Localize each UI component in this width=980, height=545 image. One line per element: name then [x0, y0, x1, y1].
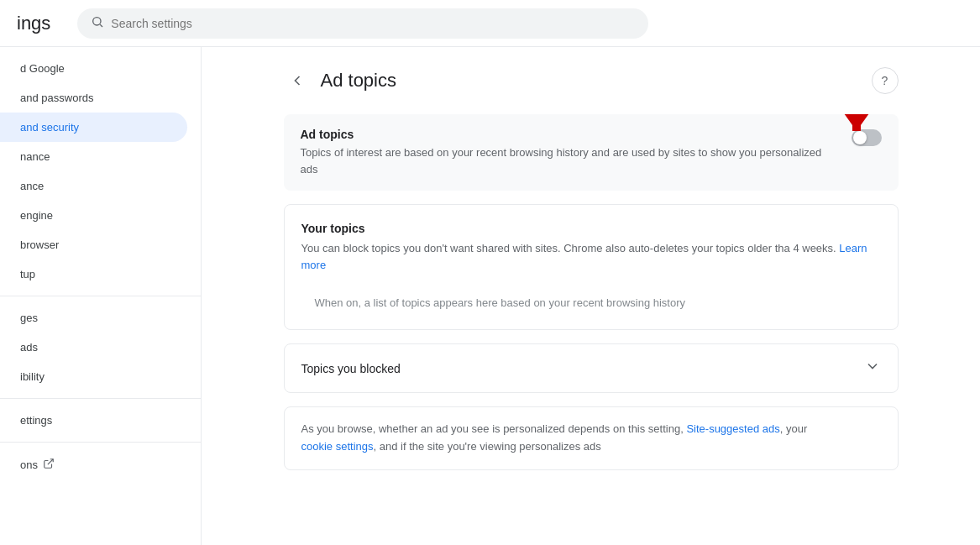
back-button[interactable] [284, 67, 311, 94]
app-title: ings [13, 13, 50, 34]
header: ings [0, 0, 980, 47]
ad-topics-toggle[interactable] [852, 129, 882, 146]
ad-topics-card: Ad topics Topics of interest are based o… [284, 114, 899, 191]
cookie-settings-link[interactable]: cookie settings [301, 440, 374, 453]
sidebar-divider-3 [0, 442, 201, 443]
bottom-info-text-middle: , your [780, 422, 808, 435]
bottom-info-text-before: As you browse, whether an ad you see is … [301, 422, 687, 435]
your-topics-section: Your topics You can block topics you don… [284, 204, 899, 330]
sidebar-item-accessibility[interactable]: ibility [0, 362, 187, 391]
sidebar-item-search-engine[interactable]: engine [0, 201, 187, 230]
page-header-left: Ad topics [284, 67, 397, 94]
search-input[interactable] [111, 17, 635, 30]
site-suggested-ads-link[interactable]: Site-suggested ads [686, 422, 779, 435]
sidebar-divider-1 [0, 296, 201, 296]
search-icon [91, 15, 104, 32]
body-layout: d Google and passwords and security nanc… [0, 47, 980, 545]
ad-topics-title: Ad topics [301, 128, 838, 141]
bottom-info: As you browse, whether an ad you see is … [284, 406, 899, 470]
sidebar-item-security[interactable]: and security [0, 113, 187, 142]
sidebar-extensions-label: ons [20, 459, 38, 471]
your-topics-desc-weeks-label: weeks. [802, 242, 836, 254]
your-topics-title: Your topics [301, 222, 881, 235]
sidebar-item-languages[interactable]: ges [0, 303, 187, 333]
ad-topics-row: Ad topics Topics of interest are based o… [284, 114, 899, 191]
page-title: Ad topics [321, 70, 397, 92]
external-link-icon [43, 458, 55, 472]
sidebar-item-extensions[interactable]: ons [0, 449, 187, 480]
search-bar[interactable] [77, 8, 648, 39]
chevron-down-icon [864, 358, 881, 379]
page-header: Ad topics ? [284, 67, 899, 94]
help-button[interactable]: ? [872, 67, 899, 94]
ad-topics-text: Ad topics Topics of interest are based o… [301, 128, 838, 177]
your-topics-desc-text: You can block topics you don't want shar… [301, 242, 790, 254]
sidebar-item-settings[interactable]: ettings [0, 406, 187, 435]
bottom-info-text-after: , and if the site you're viewing persona… [374, 440, 601, 453]
sidebar-item-performance[interactable]: nance [0, 142, 187, 171]
your-topics-desc: You can block topics you don't want shar… [301, 240, 881, 273]
page-container: Ad topics ? Ad topics Topics of interest… [264, 47, 919, 490]
svg-point-0 [93, 17, 101, 24]
toggle-knob [853, 131, 867, 144]
topics-blocked-title: Topics you blocked [301, 362, 401, 375]
svg-line-1 [100, 24, 102, 27]
sidebar-item-downloads[interactable]: ads [0, 333, 187, 362]
sidebar-item-startup[interactable]: tup [0, 259, 187, 289]
sidebar-item-appearance[interactable]: ance [0, 171, 187, 201]
ad-topics-toggle-wrap [852, 128, 882, 146]
main-content: Ad topics ? Ad topics Topics of interest… [202, 47, 980, 545]
sidebar-item-browser[interactable]: browser [0, 230, 187, 259]
sidebar-item-google[interactable]: d Google [0, 54, 187, 83]
sidebar-divider-2 [0, 398, 201, 399]
sidebar: d Google and passwords and security nanc… [0, 47, 202, 545]
svg-line-2 [48, 459, 53, 464]
sidebar-item-autofill[interactable]: and passwords [0, 83, 187, 113]
your-topics-desc-weeks: 4 [793, 242, 802, 254]
topics-blocked-row[interactable]: Topics you blocked [284, 343, 899, 393]
topics-empty-message: When on, a list of topics appears here b… [301, 286, 881, 312]
help-icon: ? [882, 74, 888, 87]
ad-topics-desc: Topics of interest are based on your rec… [301, 144, 838, 177]
